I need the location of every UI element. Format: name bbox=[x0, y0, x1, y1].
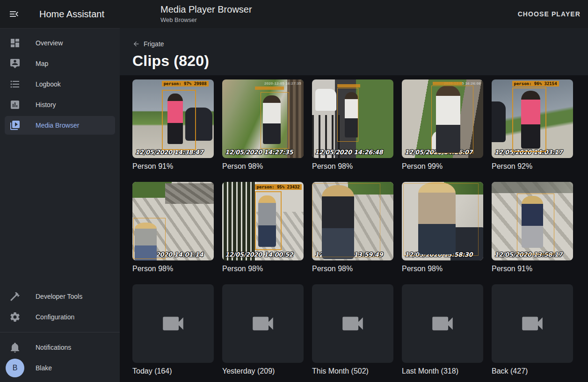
sidebar: Overview Map Logbook History Media Brows… bbox=[0, 28, 120, 382]
video-camera-icon bbox=[519, 310, 546, 337]
clip-caption: Person 98% bbox=[312, 162, 393, 171]
folder-card-this[interactable]: This Month (502) bbox=[312, 284, 393, 375]
chart-box-icon bbox=[9, 99, 21, 110]
clip-card[interactable]: person: 95% 23432 12/05/2020 14:00:52 Pe… bbox=[222, 182, 304, 273]
choose-player-button[interactable]: CHOOSE PLAYER bbox=[518, 0, 581, 28]
clip-caption: Person 98% bbox=[222, 162, 304, 171]
folder-thumbnail bbox=[492, 284, 573, 363]
clip-thumbnail: 12/05/2020 13:58:30 bbox=[402, 182, 483, 260]
clip-timestamp: 12/05/2020 14:26:48 bbox=[315, 149, 383, 156]
sidebar-item-label: Notifications bbox=[36, 344, 71, 351]
sidebar-item-notifications[interactable]: Notifications bbox=[5, 338, 115, 357]
sidebar-bottom: Notifications B Blake bbox=[0, 336, 120, 382]
folder-card-last[interactable]: Last Month (318) bbox=[402, 284, 483, 375]
breadcrumb-back-frigate[interactable]: Frigate bbox=[120, 28, 164, 48]
play-box-multiple-icon bbox=[9, 120, 21, 131]
menu-open-icon[interactable] bbox=[8, 8, 20, 20]
folder-caption: Last Month (318) bbox=[402, 367, 483, 375]
folder-caption: Back (427) bbox=[492, 367, 573, 375]
clip-card[interactable]: 2020-12-05 16:26:08 12/05/2020 14:26:07 … bbox=[402, 79, 483, 171]
clip-card[interactable]: 12/05/2020 13:58:17 Person 91% bbox=[492, 182, 573, 273]
camera-osd-timestamp: 2020-12-05 16:27:35 bbox=[264, 81, 301, 86]
sidebar-item-label: Media Browser bbox=[36, 122, 79, 129]
arrow-left-icon bbox=[132, 40, 140, 48]
clip-thumbnail: 12/05/2020 14:26:48 bbox=[312, 79, 393, 158]
clip-card[interactable]: 12/05/2020 14:26:48 Person 98% bbox=[312, 79, 393, 171]
clip-thumbnail: person: 97% 29988 12/05/2020 14:38:47 bbox=[132, 79, 214, 158]
hammer-icon bbox=[9, 291, 21, 302]
clip-thumbnail: 2020-12-05 16:26:08 12/05/2020 14:26:07 bbox=[402, 79, 483, 158]
clip-caption: Person 91% bbox=[492, 265, 573, 273]
sidebar-item-label: Configuration bbox=[36, 313, 74, 321]
folder-card-back[interactable]: Back (427) bbox=[492, 284, 573, 375]
sidebar-item-label: History bbox=[36, 101, 56, 108]
clip-thumbnail: 2020-12-05 16:27:35 12/05/2020 14:27:35 bbox=[222, 79, 304, 158]
detection-bbox bbox=[403, 183, 478, 256]
content-header: Frigate Clips (820) bbox=[120, 28, 588, 75]
scene-prop bbox=[492, 101, 506, 142]
sidebar-secondary-list: Developer Tools Configuration bbox=[0, 282, 120, 328]
clip-caption: Person 98% bbox=[132, 265, 214, 273]
sidebar-item-user[interactable]: B Blake bbox=[5, 359, 115, 377]
sidebar-item-overview[interactable]: Overview bbox=[5, 34, 115, 52]
clip-caption: Person 98% bbox=[312, 265, 393, 273]
user-name: Blake bbox=[36, 364, 52, 372]
sidebar-item-media-browser[interactable]: Media Browser bbox=[5, 116, 115, 135]
scene-prop bbox=[165, 183, 214, 204]
page-subtitle: Web Browser bbox=[160, 16, 252, 23]
bell-icon bbox=[9, 342, 21, 353]
view-dashboard-icon bbox=[9, 37, 21, 49]
clip-caption: Person 98% bbox=[402, 265, 483, 273]
clip-card[interactable]: 2020-12-05 16:27:35 12/05/2020 14:27:35 … bbox=[222, 79, 304, 171]
clip-thumbnail: 12/05/2020 13:59:49 bbox=[312, 182, 393, 260]
sidebar-nav-list: Overview Map Logbook History Media Brows… bbox=[0, 29, 120, 137]
sidebar-item-label: Developer Tools bbox=[36, 293, 82, 300]
detection-bbox bbox=[431, 86, 473, 153]
video-camera-icon bbox=[160, 310, 187, 337]
folder-caption: Yesterday (209) bbox=[222, 367, 304, 375]
clip-timestamp: 12/05/2020 14:00:52 bbox=[225, 251, 293, 258]
scene-prop bbox=[315, 89, 336, 111]
scene-prop bbox=[287, 79, 304, 158]
folder-caption: This Month (502) bbox=[312, 367, 393, 375]
sidebar-item-label: Map bbox=[36, 60, 48, 67]
clip-caption: Person 91% bbox=[132, 162, 214, 171]
clip-card[interactable]: 12/05/2020 14:01:14 Person 98% bbox=[132, 182, 214, 273]
app-topbar: Home Assistant Media Player Browser Web … bbox=[0, 0, 588, 28]
clip-card[interactable]: person: 97% 29988 12/05/2020 14:38:47 Pe… bbox=[132, 79, 214, 171]
clip-thumbnail: 12/05/2020 13:58:17 bbox=[492, 182, 573, 260]
sidebar-item-developer-tools[interactable]: Developer Tools bbox=[5, 287, 115, 306]
tooltip-account-icon bbox=[9, 58, 21, 69]
detection-bbox bbox=[133, 218, 166, 259]
clip-card[interactable]: person: 96% 32154 12/05/2020 14:03:17 Pe… bbox=[492, 79, 573, 171]
page-title-group: Media Player Browser Web Browser bbox=[160, 4, 252, 23]
clip-thumbnail: person: 96% 32154 12/05/2020 14:03:17 bbox=[492, 79, 573, 158]
cog-icon bbox=[9, 311, 21, 323]
video-camera-icon bbox=[339, 310, 366, 337]
scene-prop bbox=[492, 182, 573, 193]
folder-thumbnail bbox=[132, 284, 214, 363]
folder-card-today[interactable]: Today (164) bbox=[132, 284, 214, 375]
clip-card[interactable]: 12/05/2020 13:58:30 Person 98% bbox=[402, 182, 483, 273]
detection-bbox bbox=[517, 194, 554, 254]
sidebar-item-logbook[interactable]: Logbook bbox=[5, 75, 115, 94]
clip-timestamp: 12/05/2020 14:27:35 bbox=[225, 149, 293, 156]
page-title: Media Player Browser bbox=[160, 4, 252, 15]
clips-grid: person: 97% 29988 12/05/2020 14:38:47 Pe… bbox=[120, 75, 588, 375]
clip-card[interactable]: 12/05/2020 13:59:49 Person 98% bbox=[312, 182, 393, 273]
folder-thumbnail bbox=[312, 284, 393, 363]
sidebar-item-label: Logbook bbox=[36, 80, 61, 88]
format-list-bulleted-icon bbox=[9, 79, 21, 90]
sidebar-item-configuration[interactable]: Configuration bbox=[5, 308, 115, 326]
app-title: Home Assistant bbox=[39, 0, 104, 28]
scene-prop bbox=[222, 182, 256, 260]
sidebar-item-history[interactable]: History bbox=[5, 95, 115, 114]
detection-label-small bbox=[337, 84, 360, 87]
detection-label: person: 97% 29988 bbox=[162, 81, 209, 86]
folder-card-yesterday[interactable]: Yesterday (209) bbox=[222, 284, 304, 375]
sidebar-spacer bbox=[0, 137, 120, 282]
detection-bbox bbox=[337, 88, 358, 141]
sidebar-item-label: Overview bbox=[36, 39, 63, 47]
sidebar-item-map[interactable]: Map bbox=[5, 54, 115, 73]
folder-thumbnail bbox=[222, 284, 304, 363]
